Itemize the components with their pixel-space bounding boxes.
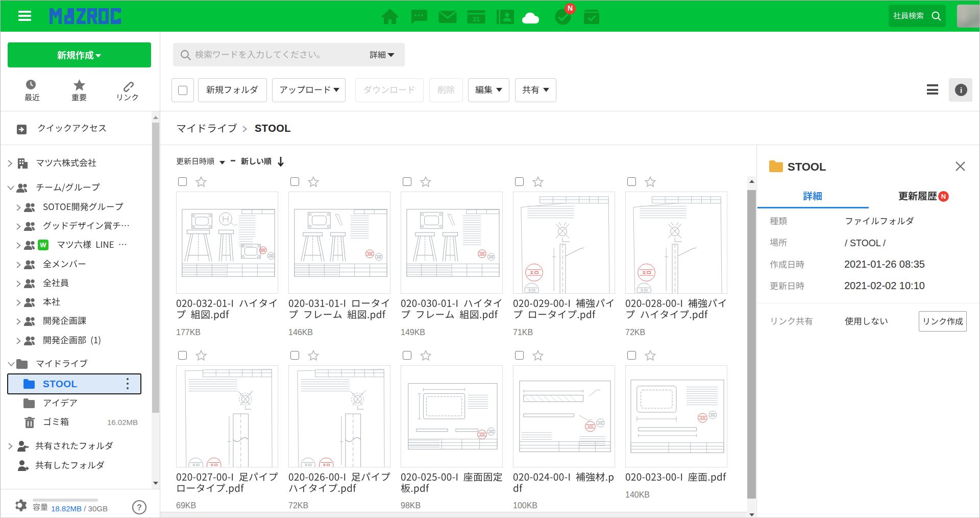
svg-text:?: ? bbox=[137, 503, 142, 512]
svg-text:31: 31 bbox=[473, 15, 480, 23]
